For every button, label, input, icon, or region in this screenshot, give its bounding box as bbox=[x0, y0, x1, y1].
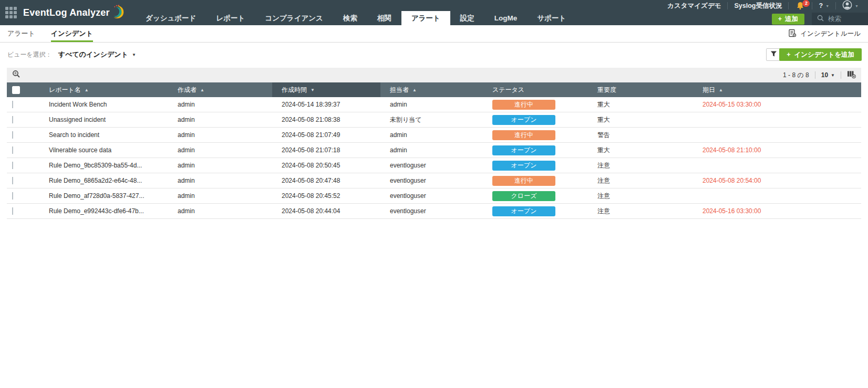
table-row[interactable]: Vilnerable source data admin 2024-05-08 … bbox=[7, 143, 861, 158]
status-badge[interactable]: 進行中 bbox=[492, 130, 555, 140]
nav-reports[interactable]: レポート bbox=[206, 11, 255, 25]
created-time-cell: 2024-05-08 21:08:38 bbox=[272, 116, 380, 123]
sort-asc-icon: ▲ bbox=[412, 88, 417, 92]
topbar-utilities: カスタマイズデモ Syslog受信状況 2 ? ▼ ▼ bbox=[661, 0, 865, 12]
main-nav: ダッシュボード レポート コンプライアンス 検索 相関 アラート 設定 LogM… bbox=[136, 11, 576, 25]
due-date-cell: 2024-05-16 03:30:00 bbox=[693, 207, 861, 215]
row-checkbox[interactable] bbox=[12, 162, 13, 169]
creator-cell: admin bbox=[168, 177, 272, 184]
table-row[interactable]: Search to incident admin 2024-05-08 21:0… bbox=[7, 128, 861, 143]
status-badge[interactable]: 進行中 bbox=[492, 100, 555, 110]
column-header-due-date[interactable]: 期日▲ bbox=[693, 82, 861, 97]
severity-cell: 重大 bbox=[588, 146, 693, 155]
nav-logme[interactable]: LogMe bbox=[484, 11, 528, 25]
column-chooser-icon[interactable] bbox=[847, 70, 856, 80]
row-checkbox[interactable] bbox=[12, 116, 13, 123]
severity-cell: 注意 bbox=[588, 161, 693, 170]
incident-name[interactable]: Vilnerable source data bbox=[39, 146, 168, 154]
status-badge[interactable]: クローズ bbox=[492, 191, 555, 201]
chevron-down-icon: ▼ bbox=[132, 53, 136, 57]
incident-name[interactable]: Rule Demo_e992443c-dfe6-47b... bbox=[39, 207, 168, 215]
logo-crescent-icon bbox=[111, 3, 126, 22]
nav-compliance[interactable]: コンプライアンス bbox=[255, 11, 333, 25]
table-row[interactable]: Rule Demo_9bc85309-ba55-4d... admin 2024… bbox=[7, 158, 861, 173]
status-badge[interactable]: 進行中 bbox=[492, 176, 555, 186]
status-badge[interactable]: オープン bbox=[492, 206, 555, 216]
status-badge[interactable]: オープン bbox=[492, 161, 555, 171]
created-time-cell: 2024-05-08 20:47:48 bbox=[272, 177, 380, 184]
assignee-cell: admin bbox=[380, 101, 483, 108]
nav-correlation[interactable]: 相関 bbox=[367, 11, 401, 25]
filter-button[interactable] bbox=[766, 48, 781, 61]
sort-asc-icon: ▲ bbox=[200, 88, 204, 92]
creator-cell: admin bbox=[168, 131, 272, 139]
chevron-down-icon: ▼ bbox=[831, 73, 835, 78]
row-checkbox[interactable] bbox=[12, 192, 13, 200]
incident-name[interactable]: Rule Demo_9bc85309-ba55-4d... bbox=[39, 162, 168, 169]
row-checkbox[interactable] bbox=[12, 131, 13, 139]
due-date-cell: 2024-05-08 20:54:00 bbox=[693, 177, 861, 184]
table-search-icon[interactable] bbox=[12, 70, 20, 80]
created-time-cell: 2024-05-08 20:50:45 bbox=[272, 162, 380, 169]
creator-cell: admin bbox=[168, 207, 272, 215]
app-grid-icon[interactable] bbox=[5, 7, 17, 18]
divider bbox=[841, 71, 841, 79]
global-search-input[interactable]: 検索 bbox=[812, 13, 868, 25]
tab-alerts[interactable]: アラート bbox=[7, 25, 35, 42]
creator-cell: admin bbox=[168, 192, 272, 200]
nav-search[interactable]: 検索 bbox=[333, 11, 367, 25]
add-incident-button[interactable]: + インシデントを追加 bbox=[779, 48, 862, 61]
table-row[interactable]: Rule Demo_af728d0a-5837-427... admin 202… bbox=[7, 188, 861, 204]
customize-demo-link[interactable]: カスタマイズデモ bbox=[661, 2, 727, 11]
view-selector-dropdown[interactable]: すべてのインシデント ▼ bbox=[58, 50, 136, 59]
sort-asc-icon: ▲ bbox=[85, 88, 89, 92]
incident-name[interactable]: Rule Demo_6865a2d2-e64c-48... bbox=[39, 177, 168, 184]
tab-incidents[interactable]: インシデント bbox=[51, 25, 93, 42]
table-row[interactable]: Rule Demo_e992443c-dfe6-47b... admin 202… bbox=[7, 204, 861, 219]
column-header-created-time[interactable]: 作成時間▼ bbox=[272, 82, 380, 97]
page-size-dropdown[interactable]: 10 ▼ bbox=[821, 71, 835, 79]
column-header-report-name[interactable]: レポート名▲ bbox=[39, 82, 168, 97]
created-time-cell: 2024-05-08 20:44:04 bbox=[272, 207, 380, 215]
topbar-actions: + 追加 検索 bbox=[772, 13, 868, 25]
syslog-status-link[interactable]: Syslog受信状況 bbox=[728, 2, 788, 11]
plus-icon: + bbox=[787, 51, 790, 58]
document-gear-icon bbox=[788, 29, 797, 39]
user-menu[interactable]: ▼ bbox=[836, 0, 865, 12]
nav-settings[interactable]: 設定 bbox=[450, 11, 484, 25]
creator-cell: admin bbox=[168, 101, 272, 108]
quick-add-button[interactable]: + 追加 bbox=[772, 14, 804, 25]
row-checkbox[interactable] bbox=[12, 146, 13, 154]
chevron-down-icon: ▼ bbox=[825, 4, 829, 8]
row-checkbox[interactable] bbox=[12, 207, 13, 215]
plus-icon: + bbox=[778, 14, 782, 25]
row-checkbox[interactable] bbox=[12, 177, 13, 184]
column-header-assignee[interactable]: 担当者▲ bbox=[380, 82, 483, 97]
table-row[interactable]: Incident Work Bench admin 2024-05-14 18:… bbox=[7, 97, 861, 112]
table-row[interactable]: Rule Demo_6865a2d2-e64c-48... admin 2024… bbox=[7, 173, 861, 188]
status-badge[interactable]: オープン bbox=[492, 145, 555, 155]
chevron-down-icon: ▼ bbox=[855, 4, 859, 8]
notifications-bell-icon[interactable]: 2 bbox=[789, 2, 812, 10]
created-time-cell: 2024-05-08 21:07:18 bbox=[272, 146, 380, 154]
app-logo: EventLog Analyzer bbox=[23, 3, 126, 22]
nav-support[interactable]: サポート bbox=[527, 11, 576, 25]
table-row[interactable]: Unassigned incident admin 2024-05-08 21:… bbox=[7, 112, 861, 128]
assignee-cell: admin bbox=[380, 131, 483, 139]
incident-name[interactable]: Incident Work Bench bbox=[39, 101, 168, 108]
search-placeholder: 検索 bbox=[828, 15, 841, 24]
subtab-bar: アラート インシデント インシデントルール bbox=[0, 25, 868, 43]
funnel-icon bbox=[770, 50, 777, 59]
incident-rules-link[interactable]: インシデントルール bbox=[788, 25, 861, 43]
column-header-status: ステータス bbox=[483, 82, 588, 97]
incident-name[interactable]: Unassigned incident bbox=[39, 116, 168, 123]
incident-name[interactable]: Rule Demo_af728d0a-5837-427... bbox=[39, 192, 168, 200]
status-badge[interactable]: オープン bbox=[492, 115, 555, 125]
select-all-checkbox[interactable] bbox=[12, 86, 20, 94]
incident-name[interactable]: Search to incident bbox=[39, 131, 168, 139]
nav-dashboard[interactable]: ダッシュボード bbox=[136, 11, 206, 25]
column-header-creator[interactable]: 作成者▲ bbox=[168, 82, 272, 97]
help-menu[interactable]: ? ▼ bbox=[812, 2, 835, 9]
row-checkbox[interactable] bbox=[12, 101, 13, 108]
nav-alerts[interactable]: アラート bbox=[401, 11, 450, 25]
